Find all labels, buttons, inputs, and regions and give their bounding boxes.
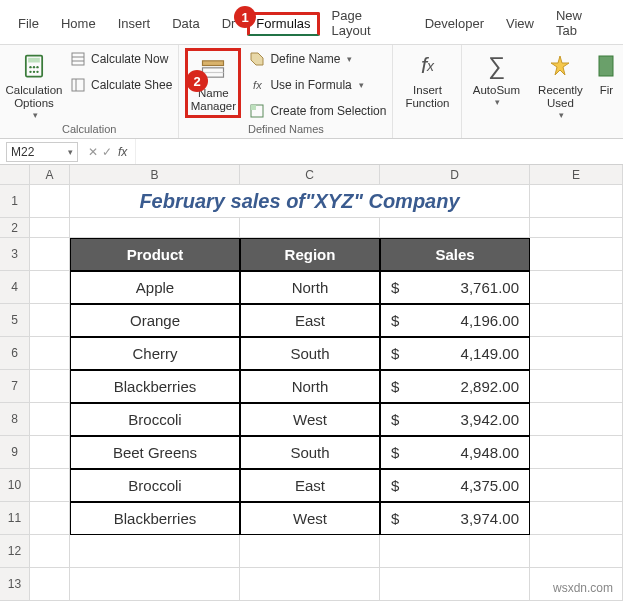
row-header[interactable]: 13 xyxy=(0,568,30,601)
create-from-selection-button[interactable]: Create from Selection xyxy=(249,100,386,122)
cell[interactable] xyxy=(70,218,240,238)
cell[interactable] xyxy=(30,370,70,403)
table-cell-region[interactable]: West xyxy=(240,502,380,535)
cell[interactable] xyxy=(530,304,623,337)
cell[interactable] xyxy=(30,238,70,271)
cell[interactable] xyxy=(530,469,623,502)
cell[interactable] xyxy=(30,337,70,370)
cell[interactable] xyxy=(30,304,70,337)
cell[interactable] xyxy=(380,568,530,601)
cell[interactable] xyxy=(70,535,240,568)
col-header-d[interactable]: D xyxy=(380,165,530,185)
table-cell-region[interactable]: West xyxy=(240,403,380,436)
tab-view[interactable]: View xyxy=(496,12,544,37)
table-cell-product[interactable]: Orange xyxy=(70,304,240,337)
table-cell-sales[interactable]: $4,948.00 xyxy=(380,436,530,469)
row-header[interactable]: 1 xyxy=(0,185,30,218)
cell[interactable] xyxy=(530,535,623,568)
cell[interactable] xyxy=(30,568,70,601)
cell[interactable] xyxy=(530,271,623,304)
calculate-sheet-button[interactable]: Calculate Shee xyxy=(70,74,172,96)
cell[interactable] xyxy=(240,218,380,238)
cell[interactable] xyxy=(530,370,623,403)
table-cell-sales[interactable]: $3,942.00 xyxy=(380,403,530,436)
cell[interactable] xyxy=(240,535,380,568)
table-cell-product[interactable]: Blackberries xyxy=(70,370,240,403)
define-name-button[interactable]: Define Name ▾ xyxy=(249,48,386,70)
select-all-corner[interactable] xyxy=(0,165,30,185)
table-header-region[interactable]: Region xyxy=(240,238,380,271)
cancel-icon[interactable]: ✕ xyxy=(88,145,98,159)
fx-label[interactable]: fx xyxy=(118,145,135,159)
cell[interactable] xyxy=(530,337,623,370)
tab-new-tab[interactable]: New Tab xyxy=(546,4,615,44)
cell[interactable] xyxy=(530,502,623,535)
table-cell-region[interactable]: North xyxy=(240,271,380,304)
row-header[interactable]: 10 xyxy=(0,469,30,502)
row-header[interactable]: 7 xyxy=(0,370,30,403)
cell[interactable] xyxy=(30,502,70,535)
calculation-options-button[interactable]: Calculation Options ▾ xyxy=(6,48,62,121)
row-header[interactable]: 3 xyxy=(0,238,30,271)
table-header-sales[interactable]: Sales xyxy=(380,238,530,271)
autosum-button[interactable]: ∑ AutoSum ▾ xyxy=(468,48,524,108)
tab-data[interactable]: Data xyxy=(162,12,209,37)
table-cell-sales[interactable]: $4,375.00 xyxy=(380,469,530,502)
financial-button[interactable]: Fir xyxy=(596,48,616,97)
cell[interactable] xyxy=(30,403,70,436)
cell[interactable] xyxy=(30,271,70,304)
col-header-e[interactable]: E xyxy=(530,165,623,185)
cell[interactable] xyxy=(30,535,70,568)
tab-file[interactable]: File xyxy=(8,12,49,37)
cell[interactable] xyxy=(530,436,623,469)
formula-input[interactable] xyxy=(135,139,623,164)
recently-used-button[interactable]: Recently Used ▾ xyxy=(532,48,588,121)
table-cell-region[interactable]: South xyxy=(240,337,380,370)
row-header[interactable]: 11 xyxy=(0,502,30,535)
table-cell-product[interactable]: Broccoli xyxy=(70,403,240,436)
tab-insert[interactable]: Insert xyxy=(108,12,161,37)
row-header[interactable]: 8 xyxy=(0,403,30,436)
cell[interactable] xyxy=(240,568,380,601)
cell[interactable] xyxy=(30,469,70,502)
use-in-formula-button[interactable]: fx Use in Formula ▾ xyxy=(249,74,386,96)
table-cell-sales[interactable]: $4,149.00 xyxy=(380,337,530,370)
table-cell-sales[interactable]: $2,892.00 xyxy=(380,370,530,403)
cell[interactable] xyxy=(30,185,70,218)
table-cell-product[interactable]: Broccoli xyxy=(70,469,240,502)
cell[interactable] xyxy=(530,218,623,238)
confirm-icon[interactable]: ✓ xyxy=(102,145,112,159)
table-cell-product[interactable]: Cherry xyxy=(70,337,240,370)
table-cell-product[interactable]: Beet Greens xyxy=(70,436,240,469)
row-header[interactable]: 5 xyxy=(0,304,30,337)
cell[interactable] xyxy=(380,535,530,568)
col-header-b[interactable]: B xyxy=(70,165,240,185)
cell[interactable] xyxy=(380,218,530,238)
row-header[interactable]: 2 xyxy=(0,218,30,238)
table-cell-sales[interactable]: $4,196.00 xyxy=(380,304,530,337)
name-box[interactable]: M22 ▾ xyxy=(6,142,78,162)
tab-home[interactable]: Home xyxy=(51,12,106,37)
calculate-now-button[interactable]: Calculate Now xyxy=(70,48,172,70)
insert-function-button[interactable]: fx Insert Function xyxy=(399,48,455,110)
table-cell-region[interactable]: East xyxy=(240,304,380,337)
table-cell-sales[interactable]: $3,761.00 xyxy=(380,271,530,304)
table-cell-product[interactable]: Blackberries xyxy=(70,502,240,535)
cell[interactable] xyxy=(530,238,623,271)
table-cell-product[interactable]: Apple xyxy=(70,271,240,304)
table-header-product[interactable]: Product xyxy=(70,238,240,271)
cell[interactable] xyxy=(70,568,240,601)
table-cell-region[interactable]: East xyxy=(240,469,380,502)
cell[interactable] xyxy=(30,436,70,469)
tab-formulas[interactable]: Formulas xyxy=(247,12,319,36)
col-header-a[interactable]: A xyxy=(30,165,70,185)
row-header[interactable]: 4 xyxy=(0,271,30,304)
cell[interactable] xyxy=(530,403,623,436)
cell[interactable] xyxy=(30,218,70,238)
col-header-c[interactable]: C xyxy=(240,165,380,185)
sheet-title[interactable]: February sales of"XYZ" Company xyxy=(70,185,530,218)
row-header[interactable]: 6 xyxy=(0,337,30,370)
table-cell-region[interactable]: South xyxy=(240,436,380,469)
row-header[interactable]: 9 xyxy=(0,436,30,469)
table-cell-region[interactable]: North xyxy=(240,370,380,403)
